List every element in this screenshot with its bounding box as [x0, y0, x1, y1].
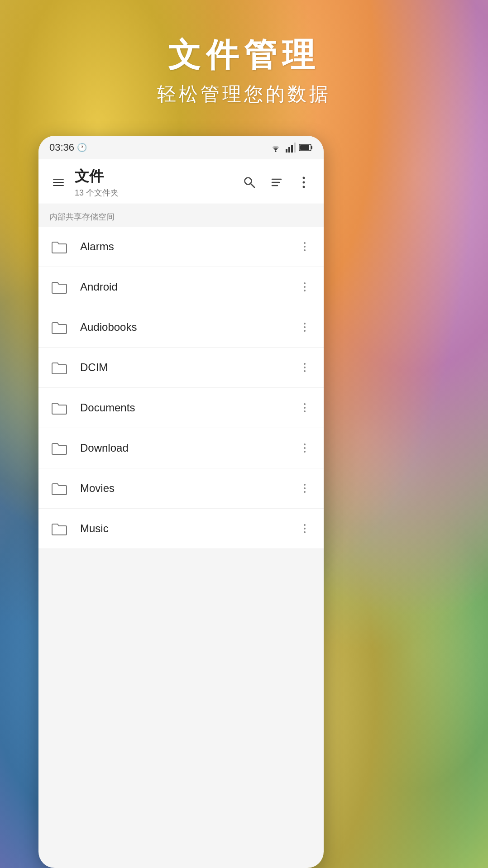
dot [304, 290, 306, 291]
file-name: Android [80, 281, 297, 293]
list-item[interactable]: Movies [38, 468, 324, 509]
file-name: Alarms [80, 240, 297, 253]
section-label: 内部共享存储空间 [38, 204, 324, 227]
battery-icon [299, 143, 313, 152]
file-name: Documents [80, 401, 297, 414]
hamburger-line-1 [53, 179, 64, 180]
dot [304, 487, 306, 489]
header-title-section: 文件 13 个文件夹 [75, 167, 240, 198]
svg-point-14 [303, 181, 305, 184]
dot [304, 444, 306, 445]
folder-svg-icon [51, 239, 67, 254]
hamburger-line-2 [53, 182, 64, 183]
svg-rect-6 [311, 146, 312, 149]
status-time: 03:36 🕐 [49, 142, 87, 153]
app-header: 文件 13 个文件夹 [38, 159, 324, 204]
folder-svg-icon [51, 401, 67, 415]
header-actions [240, 173, 313, 191]
list-item[interactable]: Music [38, 509, 324, 549]
search-icon [243, 176, 256, 189]
folder-count: 13 个文件夹 [75, 187, 240, 198]
dot [304, 326, 306, 328]
svg-rect-4 [294, 143, 296, 153]
file-name: Audiobooks [80, 321, 297, 334]
item-more-button[interactable] [297, 359, 313, 376]
dot [304, 323, 306, 324]
folder-icon [49, 237, 69, 257]
hamburger-line-3 [53, 185, 64, 186]
dot [304, 286, 306, 288]
hamburger-menu-button[interactable] [49, 173, 67, 191]
clock-icon: 🕐 [77, 143, 87, 153]
list-item[interactable]: Documents [38, 388, 324, 428]
folder-svg-icon [51, 280, 67, 294]
dot [304, 330, 306, 332]
more-vertical-icon [302, 176, 306, 189]
folder-icon [49, 317, 69, 337]
item-more-button[interactable] [297, 238, 313, 255]
dot [304, 403, 306, 405]
list-item[interactable]: DCIM [38, 348, 324, 388]
folder-icon [49, 478, 69, 498]
more-options-button[interactable] [295, 173, 313, 191]
folder-svg-icon [51, 360, 67, 375]
folder-icon [49, 398, 69, 418]
app-title: 文件 [75, 167, 240, 186]
file-name: Movies [80, 482, 297, 495]
list-item[interactable]: Android [38, 267, 324, 307]
item-more-button[interactable] [297, 440, 313, 456]
list-item[interactable]: Alarms [38, 227, 324, 267]
search-button[interactable] [240, 173, 258, 191]
dot [304, 484, 306, 486]
folder-svg-icon [51, 481, 67, 496]
folder-svg-icon [51, 320, 67, 334]
time-display: 03:36 [49, 142, 74, 153]
file-list: Alarms Android [38, 227, 324, 549]
dot [304, 447, 306, 449]
folder-svg-icon [51, 521, 67, 536]
svg-line-9 [251, 184, 254, 187]
item-more-button[interactable] [297, 480, 313, 496]
svg-rect-1 [286, 149, 287, 153]
dot [304, 407, 306, 409]
folder-icon [49, 277, 69, 297]
list-item[interactable]: Download [38, 428, 324, 468]
dot [304, 528, 306, 529]
dot [304, 242, 306, 244]
bg-main-title: 文件管理 [168, 33, 320, 77]
folder-icon [49, 438, 69, 458]
file-name: Music [80, 522, 297, 535]
svg-rect-2 [288, 147, 290, 153]
folder-icon [49, 358, 69, 377]
item-more-button[interactable] [297, 400, 313, 416]
dot [304, 410, 306, 412]
svg-rect-7 [300, 145, 309, 150]
svg-point-0 [275, 151, 277, 152]
status-bar: 03:36 🕐 [38, 136, 324, 159]
wifi-icon [269, 143, 282, 153]
dot [304, 451, 306, 453]
dot [304, 524, 306, 526]
dot [304, 531, 306, 533]
dot [304, 370, 306, 372]
sort-icon [270, 176, 283, 189]
file-name: Download [80, 442, 297, 454]
status-icons [269, 143, 313, 153]
folder-icon [49, 519, 69, 539]
sort-button[interactable] [268, 173, 286, 191]
file-name: DCIM [80, 361, 297, 374]
item-more-button[interactable] [297, 319, 313, 335]
signal-icon [286, 143, 296, 153]
bg-subtitle: 轻松管理您的数据 [157, 81, 331, 107]
dot [304, 246, 306, 248]
svg-point-15 [303, 186, 305, 188]
item-more-button[interactable] [297, 279, 313, 295]
list-item[interactable]: Audiobooks [38, 307, 324, 348]
phone-frame: 03:36 🕐 [38, 136, 324, 868]
dot [304, 367, 306, 368]
item-more-button[interactable] [297, 520, 313, 537]
folder-svg-icon [51, 441, 67, 455]
dot [304, 491, 306, 493]
dot [304, 363, 306, 365]
svg-point-13 [303, 177, 305, 179]
